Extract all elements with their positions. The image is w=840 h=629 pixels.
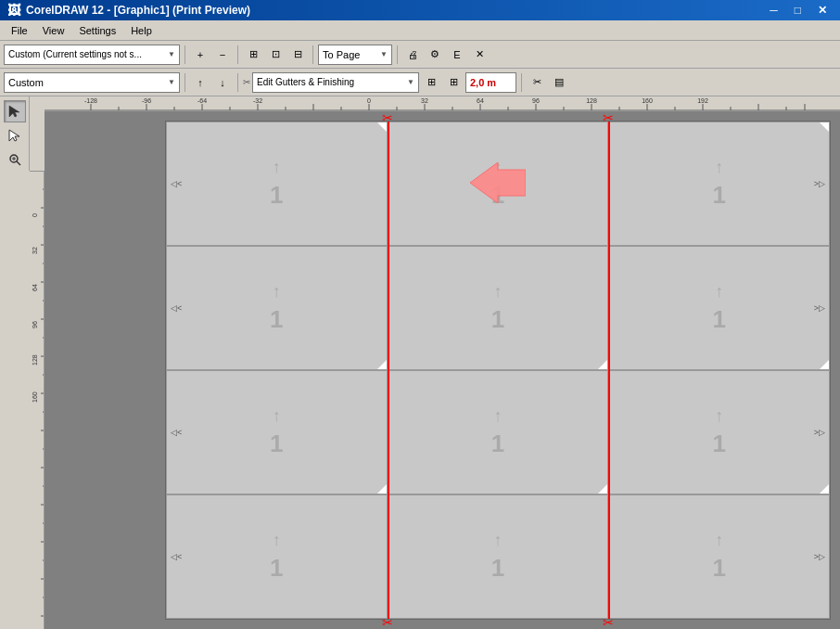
page-num-1-0: 1: [270, 305, 283, 334]
scissors-bottom-1: ✂: [382, 615, 393, 629]
grid-icon2[interactable]: ⊞: [443, 72, 464, 93]
svg-text:-128: -128: [84, 97, 97, 104]
marker-right-0-2: >▷: [814, 179, 825, 188]
svg-text:64: 64: [477, 97, 484, 104]
page-cell-2-2: ↑ 1 >▷: [608, 370, 830, 494]
pointer-tool[interactable]: [4, 124, 26, 147]
page-num-2-2: 1: [712, 430, 725, 458]
imposition-label: Custom: [8, 77, 44, 88]
page-up-arrow-3-0: ↑: [273, 531, 281, 550]
page-num-1-2: 1: [712, 305, 725, 334]
move-up-btn[interactable]: ↑: [190, 72, 210, 93]
gutters-dropdown-arrow: ▼: [407, 78, 414, 86]
minimize-btn[interactable]: ─: [764, 4, 783, 17]
move-left-btn[interactable]: +: [190, 45, 210, 65]
maximize-btn[interactable]: □: [789, 4, 807, 17]
svg-text:128: 128: [32, 354, 38, 366]
sep4: [397, 45, 398, 64]
zoom-dropdown[interactable]: To Page ▼: [318, 45, 392, 65]
page-cell-0-2: ↑ 1 >▷: [608, 122, 830, 246]
zoom-dropdown-arrow: ▼: [380, 50, 388, 58]
page-cell-3-2: ↑ 1 >▷: [608, 494, 830, 619]
value-display: 2,0 m: [465, 72, 516, 93]
horizontal-ruler: -128 -96 -64 -32 0 32 64 96 128 160 192: [45, 96, 840, 111]
menu-settings[interactable]: Settings: [71, 23, 123, 38]
sep2: [237, 45, 238, 64]
svg-text:128: 128: [586, 97, 597, 104]
fold-corner-br-1-1: [598, 360, 607, 369]
page-grid: ↑ 1 ◁< ↑ 1: [166, 122, 830, 619]
tools-panel: [0, 96, 30, 171]
page-num-2-1: 1: [491, 430, 504, 458]
scissors-top-1: ✂: [382, 111, 393, 125]
menu-view[interactable]: View: [35, 23, 72, 38]
letter-btn[interactable]: E: [447, 45, 467, 65]
menu-file[interactable]: File: [4, 23, 35, 38]
svg-text:160: 160: [642, 97, 653, 104]
sep7: [521, 73, 522, 92]
grid-view-btn[interactable]: ⊞: [243, 45, 263, 65]
page-cell-1-0: ↑ 1 ◁<: [166, 246, 388, 370]
menu-bar: File View Settings Help: [0, 20, 840, 41]
page-up-arrow-0-2: ↑: [715, 158, 723, 177]
svg-marker-1: [9, 130, 19, 141]
fold-corner-br-1-2: [820, 360, 829, 369]
page-num-0-2: 1: [712, 181, 725, 210]
fold-corner-tr-0-2: [820, 122, 829, 132]
fit-btn[interactable]: ⊟: [287, 45, 308, 65]
page-cell-3-0: ↑ 1 ◁<: [166, 494, 388, 619]
page-num-1-1: 1: [491, 305, 504, 334]
zoom-label: To Page: [323, 49, 360, 60]
page-up-arrow-1-2: ↑: [715, 282, 723, 302]
svg-marker-0: [9, 106, 19, 117]
settings-btn[interactable]: ⚙: [425, 45, 445, 65]
cut-btn[interactable]: ✂: [527, 72, 547, 93]
page-cell-2-0: ↑ 1 ◁<: [166, 370, 388, 494]
page-num-3-2: 1: [712, 554, 725, 583]
sep3: [312, 45, 313, 64]
move-right-btn[interactable]: −: [212, 45, 233, 65]
close-btn[interactable]: ✕: [812, 4, 833, 17]
gutters-dropdown[interactable]: Edit Gutters & Finishing ▼: [252, 72, 419, 93]
print-btn[interactable]: 🖨: [402, 45, 423, 65]
preset-dropdown[interactable]: Custom (Current settings not s... ▼: [4, 45, 180, 65]
marker-right-2-2: >▷: [814, 428, 825, 437]
imposition-dropdown[interactable]: Custom ▼: [4, 72, 180, 93]
marker-right-3-2: >▷: [814, 552, 825, 561]
svg-text:96: 96: [32, 321, 38, 328]
page-cell-1-2: ↑ 1 >▷: [608, 246, 830, 370]
sep1: [185, 45, 185, 64]
svg-text:32: 32: [32, 247, 38, 254]
sep6: [237, 73, 238, 92]
move-down-btn[interactable]: ↓: [212, 72, 233, 93]
svg-text:-32: -32: [253, 97, 262, 104]
page-num-3-0: 1: [270, 554, 283, 583]
page-num-3-1: 1: [491, 554, 504, 583]
marker-left-0-0: ◁<: [171, 179, 182, 188]
marker-left-3-0: ◁<: [171, 552, 182, 561]
menu-help[interactable]: Help: [123, 23, 159, 38]
single-view-btn[interactable]: ⊡: [265, 45, 286, 65]
preset-label: Custom (Current settings not s...: [8, 49, 142, 59]
select-tool[interactable]: [4, 100, 26, 122]
page-up-arrow-0-0: ↑: [273, 158, 281, 177]
marker-right-1-2: >▷: [814, 303, 825, 313]
cut-line-1: [388, 122, 389, 619]
svg-text:32: 32: [421, 97, 428, 104]
big-red-arrow: [470, 162, 526, 205]
grid-icon1[interactable]: ⊞: [421, 72, 441, 93]
page-cell-0-0: ↑ 1 ◁<: [166, 122, 388, 246]
zoom-tool[interactable]: [4, 148, 26, 171]
page-up-arrow-1-1: ↑: [493, 282, 502, 302]
svg-text:0: 0: [32, 213, 38, 217]
cut-line-2: [608, 122, 610, 619]
close-preview-btn[interactable]: ✕: [469, 45, 490, 65]
title-text: CorelDRAW 12 - [Graphic1] (Print Preview…: [26, 4, 250, 17]
fold-corner-br-2-0: [377, 484, 387, 494]
finish-btn[interactable]: ▤: [549, 72, 569, 93]
svg-text:160: 160: [32, 392, 38, 403]
sep5: [185, 73, 185, 92]
canvas-area: ✂ ✂ ✂ ✂ ↑ 1: [45, 111, 840, 629]
print-preview[interactable]: ✂ ✂ ✂ ✂ ↑ 1: [165, 121, 831, 620]
page-up-arrow-2-0: ↑: [273, 406, 281, 426]
